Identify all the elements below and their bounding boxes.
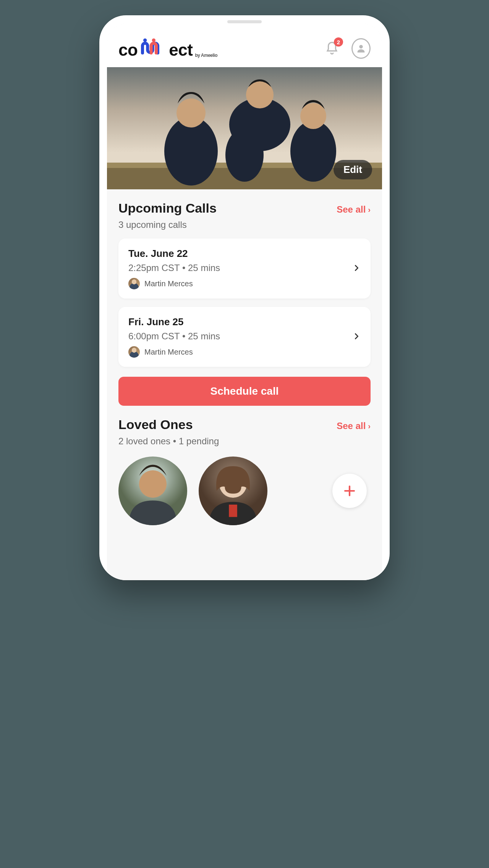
schedule-call-label: Schedule call [210,385,279,397]
hero-image: Edit [107,67,382,189]
upcoming-subtitle: 3 upcoming calls [118,219,371,230]
chevron-right-icon [352,264,361,274]
call-time: 6:00pm CST • 25 mins [128,331,220,342]
phone-notch [187,15,302,28]
contact-name: Martin Merces [144,279,193,288]
chevron-right-icon: › [368,422,371,431]
call-date: Fri. June 25 [128,316,220,328]
loved-head: Loved Ones See all › [118,417,371,432]
loved-title: Loved Ones [118,417,193,432]
call-card[interactable]: Tue. June 22 2:25pm CST • 25 mins Martin… [118,239,371,298]
app-screen: co ect by Ameelio 2 [107,24,382,580]
speaker-grille [227,20,262,23]
edit-photo-button[interactable]: Edit [334,160,372,179]
brand-mark-icon [138,37,168,60]
chevron-right-icon [352,332,361,342]
svg-rect-18 [229,505,237,517]
header-actions: 2 [322,39,371,58]
profile-button[interactable] [351,39,371,58]
notifications-button[interactable]: 2 [322,39,342,58]
loved-one-avatar[interactable] [118,457,187,525]
brand-subtitle: by Ameelio [195,53,217,58]
add-loved-one-button[interactable] [332,474,367,508]
upcoming-see-all-link[interactable]: See all › [337,204,371,215]
brand-logo[interactable]: co ect by Ameelio [118,37,217,60]
contact-name: Martin Merces [144,348,193,357]
chevron-right-icon: › [368,205,371,214]
upcoming-title: Upcoming Calls [118,201,217,216]
plus-icon [343,484,356,498]
contact-avatar-icon [128,278,140,289]
call-card[interactable]: Fri. June 25 6:00pm CST • 25 mins Martin… [118,307,371,367]
svg-point-13 [300,103,326,129]
app-header: co ect by Ameelio 2 [107,24,382,67]
brand-suffix: ect [169,40,193,60]
loved-ones-row [118,457,371,525]
call-time: 2:25pm CST • 25 mins [128,263,220,273]
profile-avatar-outline [351,38,371,59]
call-contact-row: Martin Merces [128,346,220,358]
svg-point-1 [152,39,155,42]
svg-point-7 [176,98,206,127]
notification-badge: 2 [334,37,343,47]
brand-prefix: co [118,40,138,60]
svg-point-2 [359,45,363,48]
loved-ones-section: Loved Ones See all › 2 loved ones • 1 pe… [107,406,382,525]
svg-point-15 [139,470,167,498]
loved-see-all-link[interactable]: See all › [337,421,371,431]
user-icon [356,43,366,54]
phone-frame: co ect by Ameelio 2 [99,15,390,580]
see-all-label: See all [337,204,366,215]
call-date: Tue. June 22 [128,248,220,260]
call-contact-row: Martin Merces [128,278,220,289]
contact-avatar-icon [128,346,140,358]
schedule-call-button[interactable]: Schedule call [118,377,371,406]
svg-point-0 [143,39,147,42]
see-all-label: See all [337,421,366,431]
loved-subtitle: 2 loved ones • 1 pending [118,436,371,447]
upcoming-head: Upcoming Calls See all › [118,201,371,216]
upcoming-calls-section: Upcoming Calls See all › 3 upcoming call… [107,189,382,367]
svg-point-12 [290,121,336,182]
edit-label: Edit [343,164,362,175]
loved-one-avatar[interactable] [199,457,267,525]
